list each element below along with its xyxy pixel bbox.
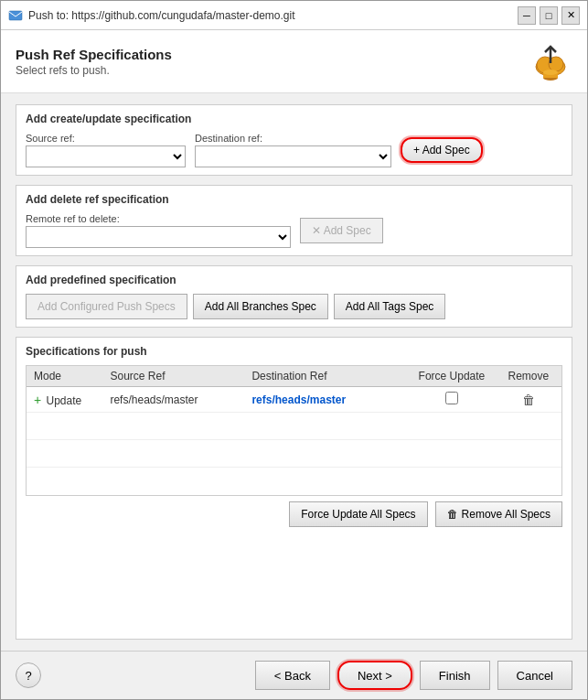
specs-for-push-section: Specifications for push Mode Source Ref … xyxy=(16,337,572,640)
create-update-section: Add create/update specification Source r… xyxy=(16,104,572,176)
delete-row-icon[interactable]: 🗑 xyxy=(522,393,535,407)
main-window: Push to: https://github.com/cungudafa/ma… xyxy=(0,0,588,700)
svg-point-7 xyxy=(543,70,558,75)
delete-ref-title: Add delete ref specification xyxy=(26,193,562,206)
empty-row-1 xyxy=(27,413,561,440)
help-button[interactable]: ? xyxy=(16,662,41,688)
footer: ? < Back Next > Finish Cancel xyxy=(1,651,587,699)
predefined-title: Add predefined specification xyxy=(26,274,562,286)
table-cell-destination: refs/heads/master xyxy=(244,387,408,413)
col-header-remove: Remove xyxy=(496,366,561,387)
maximize-button[interactable]: □ xyxy=(540,6,558,25)
cloud-upload-icon xyxy=(529,39,572,83)
footer-left: ? xyxy=(16,662,41,688)
predefined-section: Add predefined specification Add Configu… xyxy=(16,265,572,328)
title-bar: Push to: https://github.com/cungudafa/ma… xyxy=(1,1,587,30)
minimize-button[interactable]: ─ xyxy=(518,6,536,25)
delete-ref-section: Add delete ref specification Remote ref … xyxy=(16,185,572,256)
close-button[interactable]: ✕ xyxy=(561,6,580,25)
specs-table-head: Mode Source Ref Destination Ref Force Up… xyxy=(27,366,561,387)
create-update-form: Source ref: Destination ref: + Add Spec xyxy=(26,133,562,167)
remote-ref-select[interactable] xyxy=(26,226,291,248)
remove-all-specs-button[interactable]: 🗑 Remove All Specs xyxy=(435,501,562,527)
back-button[interactable]: < Back xyxy=(255,661,330,690)
content-area: Add create/update specification Source r… xyxy=(1,93,587,651)
create-update-title: Add create/update specification xyxy=(26,113,562,125)
remote-ref-label: Remote ref to delete: xyxy=(26,213,291,224)
specs-table-header-row: Mode Source Ref Destination Ref Force Up… xyxy=(27,366,561,387)
table-cell-force-update xyxy=(408,387,495,413)
table-cell-remove: 🗑 xyxy=(496,387,561,413)
source-ref-group: Source ref: xyxy=(26,133,186,167)
specs-table: Mode Source Ref Destination Ref Force Up… xyxy=(27,366,561,495)
remove-all-label: Remove All Specs xyxy=(462,508,551,521)
window-title: Push to: https://github.com/cungudafa/ma… xyxy=(28,9,518,22)
table-row: + Update refs/heads/master refs/heads/ma… xyxy=(27,387,561,413)
empty-row-2 xyxy=(27,440,561,468)
dest-ref-group: Destination ref: xyxy=(195,133,391,167)
table-cell-source: refs/heads/master xyxy=(102,387,244,413)
window-icon xyxy=(8,8,23,23)
remote-ref-group: Remote ref to delete: xyxy=(26,213,291,248)
add-all-tags-spec-button[interactable]: Add All Tags Spec xyxy=(334,294,446,319)
table-cell-mode: + Update xyxy=(27,387,102,413)
footer-right: < Back Next > Finish Cancel xyxy=(255,661,572,690)
finish-button[interactable]: Finish xyxy=(420,661,490,690)
col-header-source: Source Ref xyxy=(102,366,244,387)
dest-ref-label: Destination ref: xyxy=(195,133,391,144)
dest-ref-select[interactable] xyxy=(195,145,391,167)
delete-ref-form: Remote ref to delete: ✕ Add Spec xyxy=(26,213,562,248)
col-header-force-update: Force Update xyxy=(408,366,495,387)
title-bar-controls: ─ □ ✕ xyxy=(518,6,580,25)
add-configured-push-specs-button[interactable]: Add Configured Push Specs xyxy=(26,294,187,319)
specs-table-wrapper: Mode Source Ref Destination Ref Force Up… xyxy=(26,365,562,496)
page-title: Push Ref Specifications xyxy=(16,47,172,62)
bottom-buttons: Force Update All Specs 🗑 Remove All Spec… xyxy=(26,501,562,527)
mode-label: Update xyxy=(47,394,82,407)
specs-for-push-title: Specifications for push xyxy=(26,345,562,358)
header-text: Push Ref Specifications Select refs to p… xyxy=(16,47,172,77)
col-header-mode: Mode xyxy=(27,366,102,387)
add-spec-delete-button[interactable]: ✕ Add Spec xyxy=(300,218,383,243)
remove-all-icon: 🗑 xyxy=(447,508,458,521)
source-ref-select[interactable] xyxy=(26,145,186,167)
svg-rect-0 xyxy=(9,11,22,20)
header-section: Push Ref Specifications Select refs to p… xyxy=(1,30,587,93)
predefined-buttons: Add Configured Push Specs Add All Branch… xyxy=(26,294,562,319)
mode-icon: + xyxy=(34,393,41,407)
add-all-branches-spec-button[interactable]: Add All Branches Spec xyxy=(193,294,328,319)
next-button[interactable]: Next > xyxy=(337,661,412,690)
cancel-button[interactable]: Cancel xyxy=(497,661,572,690)
col-header-destination: Destination Ref xyxy=(244,366,408,387)
page-subtitle: Select refs to push. xyxy=(16,64,172,77)
empty-row-3 xyxy=(27,468,561,495)
add-spec-create-button[interactable]: + Add Spec xyxy=(401,137,483,163)
dest-ref-value: refs/heads/master xyxy=(251,393,346,406)
source-ref-label: Source ref: xyxy=(26,133,186,144)
force-update-checkbox[interactable] xyxy=(445,392,458,404)
specs-table-body: + Update refs/heads/master refs/heads/ma… xyxy=(27,387,561,495)
force-update-all-specs-button[interactable]: Force Update All Specs xyxy=(289,501,427,527)
